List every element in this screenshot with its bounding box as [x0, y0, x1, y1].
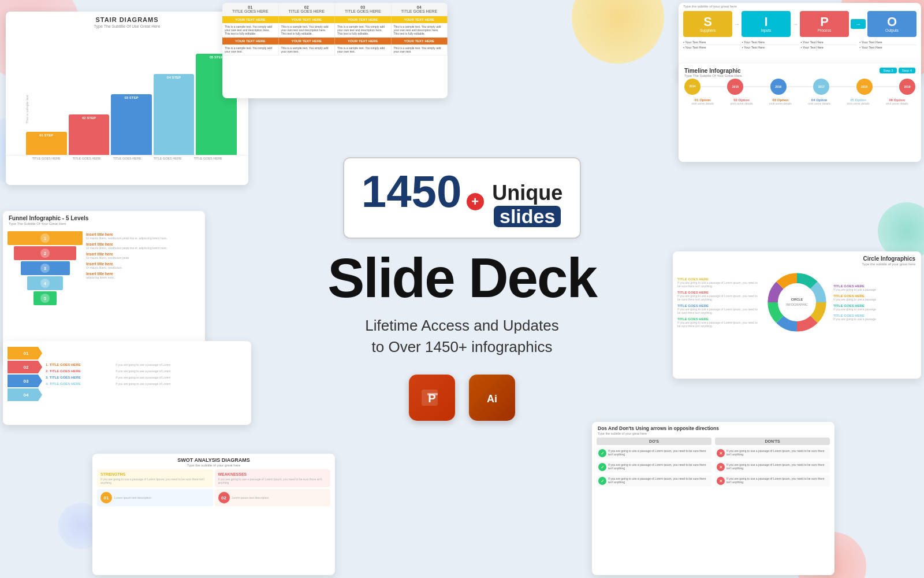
dosdont-card: Dos And Don'ts Using arrows in opposite …	[592, 422, 834, 575]
table-header-row: 01TITLE GOES HERE 02TITLE GOES HERE 03TI…	[222, 3, 448, 16]
unique-label: Unique	[492, 181, 562, 205]
sipo-list-col-4: • Your Text Here • Your Text Here	[859, 40, 916, 50]
dosdont-dos-row-1: ✓ If you are going to use a passage of L…	[597, 447, 711, 459]
timeline-step-2019: 2019	[899, 79, 915, 95]
timeline-title: Timeline Infographic	[684, 68, 742, 74]
timeline-options-row: 01 Option omit some details 02 Option om…	[679, 95, 921, 108]
timeline-option-2: 02 Option omit some details	[722, 98, 761, 105]
timeline-step-2016: 2016	[770, 79, 787, 95]
table-yellow-row: YOUR TEXT HERE YOUR TEXT HERE YOUR TEXT …	[222, 16, 448, 23]
timeline-steps-row: 2014 2015 2016 2017 2018 2019	[679, 79, 921, 95]
table-diagram-card: 01TITLE GOES HERE 02TITLE GOES HERE 03TI…	[222, 3, 448, 98]
circle-label-3: TITLE GOES HERE If you are going to use …	[677, 304, 761, 314]
table-orange-cell: YOUR TEXT HERE	[392, 38, 448, 45]
funnel-label-3: Insert title here Ut mauris libero, vest…	[86, 252, 200, 260]
svg-text:INFOGRAPHIC: INFOGRAPHIC	[786, 303, 808, 306]
timeline-step-buttons: Step 3 Step 4	[880, 68, 915, 73]
table-yellow-cell: YOUR TEXT HERE	[279, 16, 336, 23]
sipo-box-i: I Inputs	[742, 11, 791, 37]
slides-label: slides	[494, 206, 561, 227]
slide-count-plus: +	[467, 193, 484, 210]
circle-label-2: TITLE GOES HERE If you are going to use …	[677, 291, 761, 301]
table-content-cell: This is a sample text. You simply add yo…	[222, 45, 279, 55]
sipo-list-col-3: • Your Text Here • Your Text Here	[801, 40, 858, 50]
stair-axis-label: TITLE GOES HERE	[72, 157, 100, 160]
timeline-step-2017: 2017	[813, 79, 829, 95]
funnel-level-4: 4	[27, 276, 63, 290]
arrow-body: 01 02 03 04 1. TITLE GOES HERE 2. TITLE …	[3, 341, 251, 407]
circle-card: Circle Infographics Type the subtitle of…	[673, 251, 921, 379]
sipo-list-col-2: • Your Text Here • Your Text Here	[742, 40, 799, 50]
slide-count-number: 1450	[362, 169, 462, 214]
swot-cell-3: 01 Lorem ipsum text description	[97, 489, 213, 506]
arrow-item-04: 04	[8, 388, 42, 401]
dosdont-dos-row-2: ✓ If you are going to use a passage of L…	[597, 461, 711, 473]
timeline-option-5: 05 Option omit some details	[839, 98, 877, 105]
slide-count-box: 1450 + Unique slides	[343, 157, 581, 239]
arrow-item-03: 03	[8, 375, 42, 387]
swot-weaknesses: WEAKNESSES If you are going to use a pas…	[215, 469, 331, 487]
arrow-labels: 1. TITLE GOES HERE 2. TITLE GOES HERE 3.…	[46, 363, 111, 386]
powerpoint-icon: P	[409, 375, 455, 421]
stair-title: STAIR DIAGRAMS	[6, 12, 248, 24]
swot-cell-4: 02 Lorem ipsum text description	[215, 489, 331, 506]
circle-label-6: TITLE GOES HERE If you are going to use …	[833, 294, 916, 301]
table-yellow-cell: YOUR TEXT HERE	[392, 16, 448, 23]
table-content-cell: This is a sample text. You simply add yo…	[335, 45, 392, 55]
dosdont-subtitle: Type the subtitle of your great here	[592, 432, 834, 438]
table-orange-cell: YOUR TEXT HERE	[279, 38, 336, 45]
circle-label-8: TITLE GOES HERE If you are going to use …	[833, 314, 916, 321]
table-content-cell: This is a sample text. You simply add yo…	[392, 23, 448, 37]
subtitle-line2: to Over 1450+ infographics	[372, 338, 553, 355]
stair-y-label: This is sample text	[25, 95, 29, 124]
table-content-cell: This is a sample text. You simply add yo…	[279, 45, 336, 55]
timeline-subtitle: Type The Subtitle Of Your Great Here	[684, 74, 742, 77]
table-content-cell: This is a sample text. You simply add yo…	[222, 23, 279, 37]
dosdont-cols: DO'S ✓ If you are going to use a passage…	[592, 438, 834, 491]
circle-title: Circle Infographics	[673, 251, 921, 262]
sipo-subtitle: Type the subtitle of your great here	[679, 3, 921, 8]
dosdont-donts-row-1: ✕ If you are going to use a passage of L…	[715, 447, 830, 459]
funnel-shape: 1 2 3 4 5	[8, 230, 83, 305]
timeline-step-2018: 2018	[856, 79, 873, 95]
sipo-list-row: • Your Text Here • Your Text Here • Your…	[679, 40, 921, 53]
stair-subtitle: Type The Subtitle Of Use Great Here	[6, 24, 248, 28]
ai-logo-svg: Ai	[479, 385, 505, 410]
swot-subtitle: Type the subtitle of your great here	[92, 464, 335, 469]
dosdont-donts-row-2: ✕ If you are going to use a passage of L…	[715, 461, 830, 473]
svg-text:Ai: Ai	[487, 393, 497, 405]
table-content-cell: This is a sample text. You simply add yo…	[392, 45, 448, 55]
swot-grid: STRENGTHS If you are going to use a pass…	[92, 469, 335, 511]
timeline-option-4: 04 Option omit some details	[800, 98, 839, 105]
app-icons: P Ai	[323, 375, 601, 421]
circle-donut-container: CIRCLE INFOGRAPHIC	[765, 271, 829, 334]
swot-title: SWOT ANALYSIS DIAGRAMS	[92, 454, 335, 464]
subtitle-line1: Lifetime Access and Updates	[365, 317, 558, 334]
arrow-item-01: 01	[8, 347, 42, 360]
arrow-label-1: 1. TITLE GOES HERE	[46, 363, 111, 366]
circle-body: TITLE GOES HERE If you are going to use …	[673, 268, 921, 336]
arrow-desc-2: If you are going to use a passage of Lor…	[116, 369, 247, 373]
main-title: Slide Deck	[323, 250, 601, 306]
table-yellow-cell: YOUR TEXT HERE	[335, 16, 392, 23]
table-content-cell: This is a sample text. You simply add yo…	[335, 23, 392, 37]
funnel-label-5: Insert title here adipiscing lorem nunc.	[86, 272, 200, 279]
circle-donut-svg: CIRCLE INFOGRAPHIC	[765, 271, 829, 334]
dosdont-title: Dos And Don'ts Using arrows in opposite …	[592, 422, 834, 432]
funnel-label-4: Insert title here Ut mauris libero, vest…	[86, 262, 200, 269]
illustrator-icon: Ai	[469, 375, 515, 421]
stair-axis-label: TITLE GOES HERE	[193, 157, 222, 160]
dosdont-dos-header: DO'S	[597, 438, 711, 445]
arrow-descriptions: If you are going to use a passage of Lor…	[111, 363, 247, 386]
arrow-desc-3: If you are going to use a passage of Lor…	[116, 376, 247, 379]
timeline-option-3: 03 Option omit some details	[761, 98, 800, 105]
funnel-card: Funnel Infographic - 5 Levels Type The S…	[3, 211, 205, 361]
arrow-label-3: 3. TITLE GOES HERE	[46, 376, 111, 379]
timeline-option-6: 06 Option omit some details	[878, 98, 916, 105]
table-yellow-cell: YOUR TEXT HERE	[222, 16, 279, 23]
subtitle: Lifetime Access and Updates to Over 1450…	[323, 315, 601, 357]
sipo-list-col-1: • Your Text Here • Your Text Here	[683, 40, 740, 50]
stair-axis-label: TITLE GOES HERE	[32, 157, 60, 160]
funnel-labels: Insert title here Ut mauris libero, vest…	[86, 230, 200, 305]
sipo-boxes-row: S Suppliers → I Inputs → P Process → O O…	[679, 8, 921, 40]
